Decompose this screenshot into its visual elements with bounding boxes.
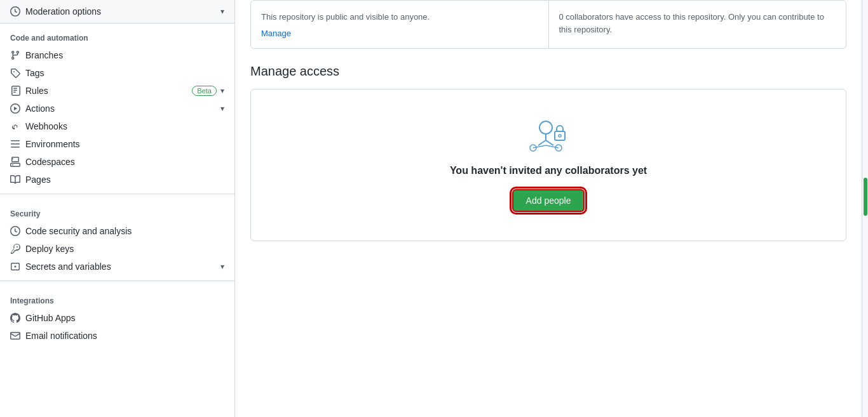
webhooks-icon [10, 121, 20, 131]
sidebar-item-secrets[interactable]: Secrets and variables ▾ [0, 258, 234, 275]
branches-icon [10, 50, 20, 60]
rules-label: Rules [25, 86, 48, 96]
sidebar-item-actions[interactable]: Actions ▾ [0, 100, 234, 117]
github-apps-icon [10, 313, 20, 323]
sidebar-item-branches[interactable]: Branches [0, 46, 234, 64]
moderation-chevron: ▾ [220, 7, 224, 16]
rules-beta-badge: Beta [192, 86, 217, 96]
rules-chevron: ▾ [220, 86, 224, 95]
visibility-card: This repository is public and visible to… [251, 1, 549, 48]
actions-chevron: ▾ [220, 104, 224, 113]
collaborators-box: You haven't invited any collaborators ye… [250, 89, 846, 241]
access-text: 0 collaborators have access to this repo… [559, 11, 836, 36]
svg-line-2 [538, 140, 546, 145]
sidebar-item-webhooks[interactable]: Webhooks [0, 117, 234, 135]
main-content: This repository is public and visible to… [235, 0, 862, 417]
email-notifications-label: Email notifications [25, 331, 97, 341]
secrets-label: Secrets and variables [25, 261, 111, 272]
integrations-section-label: Integrations [0, 286, 234, 309]
manage-link[interactable]: Manage [261, 29, 291, 38]
webhooks-label: Webhooks [25, 121, 67, 131]
sidebar: Moderation options ▾ Code and automation… [0, 0, 235, 417]
deploy-keys-label: Deploy keys [25, 244, 74, 254]
add-people-button[interactable]: Add people [512, 189, 585, 212]
moderation-label: Moderation options [25, 6, 101, 17]
codespaces-icon [10, 157, 20, 167]
actions-label: Actions [25, 103, 55, 114]
right-scrollbar[interactable] [862, 0, 868, 417]
pages-icon [10, 175, 20, 185]
code-security-icon [10, 226, 20, 236]
collaborators-empty-text: You haven't invited any collaborators ye… [450, 165, 647, 176]
sidebar-item-tags[interactable]: Tags [0, 64, 234, 82]
visibility-text: This repository is public and visible to… [261, 11, 538, 23]
codespaces-label: Codespaces [25, 157, 75, 167]
sidebar-item-rules[interactable]: Rules Beta ▾ [0, 82, 234, 100]
environments-icon [10, 139, 20, 149]
scrollbar-thumb [864, 178, 867, 216]
collaborators-empty-icon [528, 117, 569, 155]
moderation-icon [10, 6, 20, 17]
tags-icon [10, 68, 20, 78]
sidebar-item-github-apps[interactable]: GitHub Apps [0, 309, 234, 327]
sidebar-divider-1 [0, 194, 234, 194]
environments-label: Environments [25, 139, 80, 149]
pages-label: Pages [25, 175, 51, 185]
sidebar-item-pages[interactable]: Pages [0, 171, 234, 189]
sidebar-item-deploy-keys[interactable]: Deploy keys [0, 240, 234, 258]
github-apps-label: GitHub Apps [25, 313, 76, 323]
email-notifications-icon [10, 331, 20, 341]
info-cards: This repository is public and visible to… [250, 0, 846, 49]
secrets-icon [10, 261, 20, 272]
tags-label: Tags [25, 68, 44, 78]
svg-point-0 [539, 121, 552, 134]
sidebar-item-codespaces[interactable]: Codespaces [0, 153, 234, 171]
actions-icon [10, 103, 20, 114]
code-security-label: Code security and analysis [25, 226, 132, 236]
svg-line-3 [546, 140, 553, 145]
svg-rect-4 [555, 131, 565, 140]
secrets-chevron: ▾ [220, 262, 224, 271]
sidebar-item-moderation[interactable]: Moderation options ▾ [0, 0, 234, 23]
access-card: 0 collaborators have access to this repo… [549, 1, 846, 48]
rules-icon [10, 86, 20, 96]
code-automation-section-label: Code and automation [0, 23, 234, 46]
sidebar-item-email-notifications[interactable]: Email notifications [0, 327, 234, 345]
branches-label: Branches [25, 50, 63, 60]
manage-access-title: Manage access [250, 64, 846, 79]
sidebar-divider-2 [0, 281, 234, 281]
deploy-keys-icon [10, 244, 20, 254]
security-section-label: Security [0, 199, 234, 222]
sidebar-item-code-security[interactable]: Code security and analysis [0, 222, 234, 240]
sidebar-item-environments[interactable]: Environments [0, 135, 234, 153]
